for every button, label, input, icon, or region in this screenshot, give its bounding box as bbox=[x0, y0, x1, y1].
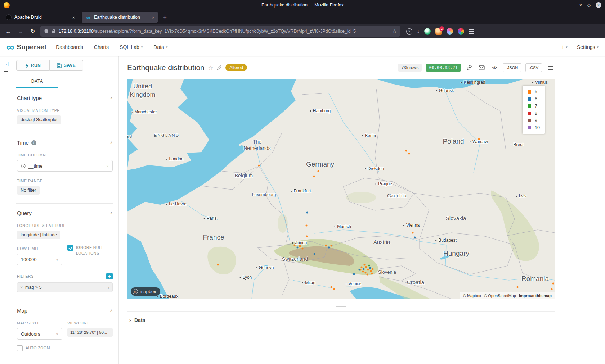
superset-favicon-icon: ∞ bbox=[85, 14, 91, 20]
earthquake-point bbox=[325, 245, 327, 246]
bookmark-star-icon[interactable]: ☆ bbox=[392, 28, 397, 34]
settings-menu[interactable]: Settings▾ bbox=[577, 44, 599, 50]
tracking-protection-shield-icon[interactable] bbox=[44, 29, 49, 34]
share-link-icon[interactable] bbox=[465, 63, 474, 72]
dataset-grid-icon[interactable] bbox=[4, 71, 8, 76]
panel-tabs: DATA bbox=[16, 74, 113, 88]
tab-close-icon[interactable]: × bbox=[72, 15, 75, 20]
tab-apache-druid[interactable]: Apache Druid × bbox=[2, 12, 79, 23]
remove-filter-icon[interactable]: × bbox=[20, 285, 23, 290]
chevron-down-icon: ▾ bbox=[597, 45, 599, 49]
attribution-osm-link[interactable]: © OpenStreetMap bbox=[484, 294, 516, 298]
edit-pencil-icon[interactable] bbox=[217, 65, 222, 70]
city-label: Prague bbox=[375, 181, 392, 186]
city-dot-icon bbox=[345, 283, 347, 285]
section-header[interactable]: Timei ∧ bbox=[17, 140, 113, 146]
chevron-down-icon: ▾ bbox=[141, 45, 143, 49]
forward-button[interactable]: → bbox=[16, 28, 25, 35]
nav-link-label: Data bbox=[153, 44, 164, 50]
viewport-value[interactable]: 11° 28' 29.70" | 50... bbox=[67, 328, 113, 337]
city-label: Vilnius bbox=[532, 80, 548, 85]
padlock-icon[interactable] bbox=[51, 29, 56, 34]
run-label: RUN bbox=[31, 63, 41, 68]
ignore-null-checkbox[interactable] bbox=[67, 245, 73, 251]
tab-earthquake-distribution[interactable]: ∞ Earthquake distribution × bbox=[82, 12, 158, 23]
window-maximize-button[interactable]: ◇ bbox=[587, 3, 591, 7]
legend-item: 7 bbox=[528, 104, 540, 109]
time-column-select[interactable]: __time ∨ bbox=[17, 160, 113, 172]
lonlat-chip[interactable]: longitude | latitude bbox=[17, 231, 60, 239]
window-titlebar: Earthquake distribution — Mozilla Firefo… bbox=[0, 0, 605, 10]
reload-button[interactable]: ↻ bbox=[28, 28, 37, 35]
data-section-toggle[interactable]: › Data bbox=[127, 311, 555, 328]
earthquake-point bbox=[318, 170, 319, 172]
extension-icon[interactable] bbox=[458, 28, 464, 35]
earthquake-point bbox=[314, 253, 315, 255]
expand-panel-icon[interactable]: →| bbox=[3, 61, 8, 66]
city-label: Manchester bbox=[131, 109, 157, 114]
extension-icon[interactable]: 2 bbox=[435, 28, 442, 35]
chevron-up-icon[interactable]: ∧ bbox=[110, 96, 113, 100]
window-shade-button[interactable]: ∨ bbox=[579, 3, 582, 7]
time-range-chip[interactable]: No filter bbox=[17, 186, 40, 195]
embed-code-icon[interactable]: </> bbox=[490, 63, 499, 72]
chevron-up-icon[interactable]: ∧ bbox=[110, 140, 113, 145]
earthquake-point bbox=[364, 264, 366, 266]
nav-charts[interactable]: Charts bbox=[94, 44, 109, 50]
viz-type-chip[interactable]: deck.gl Scatterplot bbox=[17, 115, 61, 124]
superset-brand[interactable]: ∞ Superset bbox=[6, 42, 46, 53]
new-tab-button[interactable]: + bbox=[160, 14, 170, 21]
resize-handle[interactable] bbox=[336, 306, 346, 309]
save-button[interactable]: SAVE bbox=[50, 60, 83, 71]
pocket-icon[interactable]: ∨ bbox=[406, 28, 412, 35]
map-canvas[interactable]: United KingdomENGLANDESThe NetherlandsBe… bbox=[127, 79, 555, 299]
chart-menu-icon[interactable] bbox=[546, 63, 555, 72]
legend-value: 7 bbox=[535, 104, 537, 109]
filter-chip[interactable]: × mag > 5 › bbox=[17, 282, 113, 292]
brand-name: Superset bbox=[17, 43, 46, 51]
menu-hamburger-icon[interactable] bbox=[469, 29, 474, 33]
tab-data[interactable]: DATA bbox=[16, 74, 58, 88]
chevron-up-icon[interactable]: ∧ bbox=[110, 308, 113, 313]
run-button[interactable]: RUN bbox=[16, 60, 50, 71]
mapbox-logo[interactable]: m mapbox bbox=[131, 287, 160, 296]
back-button[interactable]: ← bbox=[4, 28, 13, 35]
section-header[interactable]: Query ∧ bbox=[17, 210, 113, 216]
earthquake-point bbox=[294, 245, 296, 246]
map-style-label: MAP STYLE bbox=[17, 321, 62, 325]
add-filter-button[interactable]: + bbox=[106, 273, 113, 279]
chevron-up-icon[interactable]: ∧ bbox=[110, 211, 113, 215]
new-item-button[interactable]: +▾ bbox=[561, 44, 568, 50]
nav-sql-lab[interactable]: SQL Lab▾ bbox=[120, 44, 143, 50]
downloads-icon[interactable]: ↓ bbox=[417, 28, 420, 34]
map-style-value: Outdoors bbox=[21, 331, 40, 337]
row-limit-select[interactable]: 100000 ∨ bbox=[17, 254, 62, 265]
export-csv-button[interactable]: .CSV bbox=[525, 63, 542, 72]
url-text[interactable]: 172.18.0.3:32108/superset/explore/?form_… bbox=[59, 29, 389, 34]
auto-zoom-checkbox[interactable] bbox=[17, 345, 23, 351]
earthquake-point bbox=[517, 286, 519, 288]
favorite-star-icon[interactable]: ☆ bbox=[208, 64, 213, 71]
plus-icon: + bbox=[561, 44, 564, 50]
nav-data[interactable]: Data▾ bbox=[153, 44, 167, 50]
country-label: Luxembourg bbox=[252, 192, 276, 198]
extension-icon[interactable] bbox=[424, 28, 431, 35]
url-bar[interactable]: 172.18.0.3:32108/superset/explore/?form_… bbox=[40, 26, 400, 37]
legend-value: 10 bbox=[535, 125, 540, 130]
attribution-improve-link[interactable]: Improve this map bbox=[519, 294, 552, 298]
map-style-select[interactable]: Outdoors ∨ bbox=[17, 328, 62, 340]
earthquake-point bbox=[552, 283, 554, 285]
section-header[interactable]: Chart type ∧ bbox=[17, 95, 113, 101]
earthquake-point bbox=[217, 264, 219, 266]
window-close-button[interactable]: × bbox=[596, 2, 601, 8]
section-header[interactable]: Map ∧ bbox=[17, 308, 113, 314]
country-label: ES bbox=[127, 134, 133, 139]
attribution-mapbox-link[interactable]: © Mapbox bbox=[463, 294, 481, 298]
country-label: Czechia bbox=[387, 192, 407, 199]
nav-dashboards[interactable]: Dashboards bbox=[56, 44, 83, 50]
email-icon[interactable] bbox=[478, 63, 486, 72]
tab-bar: Apache Druid × ∞ Earthquake distribution… bbox=[0, 10, 605, 24]
profile-avatar-icon[interactable] bbox=[447, 28, 453, 35]
tab-close-icon[interactable]: × bbox=[152, 15, 154, 20]
export-json-button[interactable]: .JSON bbox=[503, 63, 521, 72]
